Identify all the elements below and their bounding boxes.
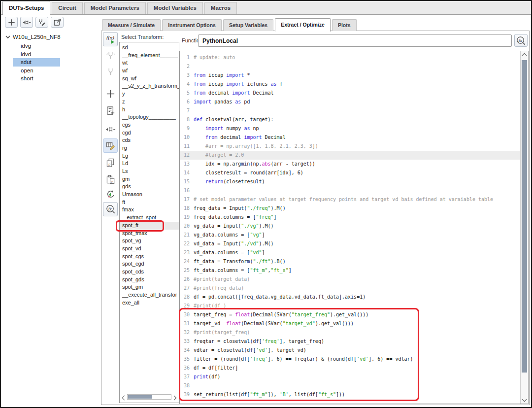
code-line-33[interactable]: 33freqtar = closetval(df['freq'], target… xyxy=(180,337,520,346)
transform-item-cgs[interactable]: cgs xyxy=(120,121,179,129)
edit-table-button[interactable] xyxy=(103,138,118,153)
transform-item-rg[interactable]: rg xyxy=(120,144,179,152)
transform-item-ld[interactable]: Ld xyxy=(120,160,179,168)
code-line-35[interactable]: 35filter = (round(df['freq'], 6) == freq… xyxy=(180,355,520,364)
transform-item-extract-spot[interactable]: extract_spot_______ xyxy=(120,214,179,222)
window-tab-macros[interactable]: Macros xyxy=(204,2,237,14)
code-line-39[interactable]: 39set_return(list(df["ft_m"]), 'B', list… xyxy=(180,390,520,399)
code-line-4[interactable]: 4from iccap import icfuncs as f xyxy=(180,80,520,89)
editor-vscrollbar[interactable] xyxy=(520,51,528,404)
code-line-28[interactable]: 28df = pd.concat([freq_data,vg_data,vd_d… xyxy=(180,293,520,302)
transform-item-spot-vg[interactable]: spot_vg xyxy=(120,237,179,245)
transform-item-lg[interactable]: Lg xyxy=(120,152,179,160)
transform-item-wf[interactable]: wf xyxy=(120,67,179,75)
code-line-38[interactable]: 38 xyxy=(180,381,520,390)
transform-item-sd[interactable]: sd xyxy=(120,44,179,52)
transform-item-s2-y-z-h-transform[interactable]: __s2_y_z_h_transform_ xyxy=(120,82,179,90)
transform-item-exe-all[interactable]: exe_all xyxy=(120,299,179,307)
transform-item-y[interactable]: y xyxy=(120,90,179,98)
tree-item-short[interactable]: short xyxy=(13,74,60,83)
edit-probe-button[interactable] xyxy=(35,17,48,28)
scroll-up-button[interactable] xyxy=(521,52,528,59)
transform-item-spot-ft[interactable]: spot_ft xyxy=(120,222,179,230)
code-line-34[interactable]: 34vdtar = closetval(df['vd'], target_vd) xyxy=(180,346,520,355)
code-line-12[interactable]: 12 #target = 2.0 xyxy=(180,151,520,160)
transform-item-umason[interactable]: Umason xyxy=(120,191,179,199)
code-line-8[interactable]: 8def closetval(arr, target): xyxy=(180,115,520,124)
transform-item-gm[interactable]: gm xyxy=(120,175,179,183)
tree-item-idvd[interactable]: idvd xyxy=(13,50,60,59)
transform-item-cgd[interactable]: cgd xyxy=(120,129,179,137)
code-line-13[interactable]: 13 idx = np.argmin(np.abs(arr - target)) xyxy=(180,160,520,169)
new-dut-setup-button[interactable] xyxy=(20,17,33,28)
tab-plots[interactable]: Plots xyxy=(332,19,357,31)
code-line-7[interactable]: 7 xyxy=(180,106,520,115)
window-tab-model-parameters[interactable]: Model Parameters xyxy=(84,2,146,14)
transform-item-spot-gds[interactable]: spot_gds xyxy=(120,276,179,284)
code-line-27[interactable]: 27#print(freq_data) xyxy=(180,284,520,293)
function-input[interactable] xyxy=(198,34,512,47)
transform-item-spot-cgs[interactable]: spot_cgs xyxy=(120,253,179,261)
code-line-26[interactable]: 26#print(target_data) xyxy=(180,275,520,284)
tab-measure-simulate[interactable]: Measure / Simulate xyxy=(102,19,161,31)
transform-item-sq-wf[interactable]: sq_wf xyxy=(120,75,179,83)
execute-transform-button[interactable]: f(x) xyxy=(103,32,118,46)
code-line-31[interactable]: 31target_vd= float(Decimal(SVar("target_… xyxy=(180,319,520,328)
transform-item-gds[interactable]: gds xyxy=(120,183,179,191)
transform-item-spot-gm[interactable]: spot_gm xyxy=(120,283,179,291)
hscroll-thumb[interactable] xyxy=(128,395,152,399)
code-line-9[interactable]: 9 import numpy as np xyxy=(180,124,520,133)
code-line-18[interactable]: 18freq_data = Input("./freq").M() xyxy=(180,204,520,213)
tab-setup-variables[interactable]: Setup Variables xyxy=(223,19,273,31)
transform-item-ft[interactable]: ft xyxy=(120,199,179,206)
code-line-3[interactable]: 3from iccap import * xyxy=(180,71,520,80)
transform-item-wt[interactable]: wt xyxy=(120,59,179,67)
code-line-10[interactable]: 10 from decimal import Decimal xyxy=(180,133,520,142)
hscroll-track[interactable] xyxy=(127,394,171,400)
window-tab-circuit[interactable]: Circuit xyxy=(52,2,82,14)
code-line-37[interactable]: 37print(df) xyxy=(180,373,520,381)
function-browse-button[interactable]: fx xyxy=(514,34,528,47)
transform-item-spot-fmax[interactable]: spot_fmax xyxy=(120,230,179,238)
transform-item-topology[interactable]: __topology_________ xyxy=(120,113,179,121)
rf-stimulus-button[interactable] xyxy=(103,48,118,63)
transform-list-hscrollbar[interactable] xyxy=(122,394,177,400)
code-line-24[interactable]: 24ft_data = Transform("./ft").B() xyxy=(180,257,520,266)
code-area[interactable]: 1# update: auto23from iccap import *4fro… xyxy=(180,51,520,404)
dut-transform-button[interactable] xyxy=(103,122,118,136)
code-editor[interactable]: 1# update: auto23from iccap import *4fro… xyxy=(179,51,529,404)
tree-item-idvg[interactable]: idvg xyxy=(13,42,60,50)
transform-item-z[interactable]: z xyxy=(120,98,179,106)
tab-extract-optimize[interactable]: Extract / Optimize xyxy=(275,18,331,32)
code-line-14[interactable]: 14 closetresult = round(arr[idx], 6) xyxy=(180,169,520,177)
transform-item-cds[interactable]: cds xyxy=(120,136,179,144)
transform-item-spot-vd[interactable]: spot_vd xyxy=(120,245,179,253)
code-line-16[interactable]: 16 xyxy=(180,186,520,195)
code-line-22[interactable]: 22vd_data = Input("./vd").M() xyxy=(180,239,520,248)
copy-transform-button[interactable]: p xyxy=(103,156,118,170)
transform-item-fmax[interactable]: fmax xyxy=(120,206,179,214)
tab-instrument-options[interactable]: Instrument Options xyxy=(162,19,222,31)
code-line-23[interactable]: 23vd_data.columns = ["vd"] xyxy=(180,248,520,257)
code-line-5[interactable]: 5from decimal import Decimal xyxy=(180,89,520,98)
code-line-17[interactable]: 17# set model parameter values at target… xyxy=(180,195,520,204)
code-line-15[interactable]: 15 return(closetresult) xyxy=(180,177,520,186)
scroll-down-button[interactable] xyxy=(521,396,528,403)
code-line-30[interactable]: 30target_freq = float(Decimal(SVar("targ… xyxy=(180,310,520,319)
transform-item-freq-element[interactable]: __freq_element______ xyxy=(120,52,179,60)
transform-item-h[interactable]: h xyxy=(120,106,179,114)
code-line-32[interactable]: 32#print(target_freq) xyxy=(180,328,520,337)
code-line-2[interactable]: 2 xyxy=(180,62,520,71)
tree-item-open[interactable]: open xyxy=(13,67,60,75)
code-line-6[interactable]: 6import pandas as pd xyxy=(180,98,520,106)
add-dut-button[interactable] xyxy=(5,17,18,28)
code-line-1[interactable]: 1# update: auto xyxy=(180,53,520,62)
code-line-11[interactable]: 11 #arr = np.array([1, 1.8, 2.1, 2.3, 3]… xyxy=(180,142,520,151)
window-tab-duts-setups[interactable]: DUTs-Setups xyxy=(2,1,50,15)
revert-transform-button[interactable] xyxy=(103,187,118,202)
dut-tree-root[interactable]: W10u_L250n_NF8 xyxy=(5,33,61,41)
window-tab-model-variables[interactable]: Model Variables xyxy=(147,2,203,14)
tree-item-sdut[interactable]: sdut xyxy=(13,58,60,67)
code-line-29[interactable]: 29#print(df ) xyxy=(180,302,520,310)
code-line-25[interactable]: 25ft_data.columns = ["ft_m","ft_s"] xyxy=(180,266,520,275)
